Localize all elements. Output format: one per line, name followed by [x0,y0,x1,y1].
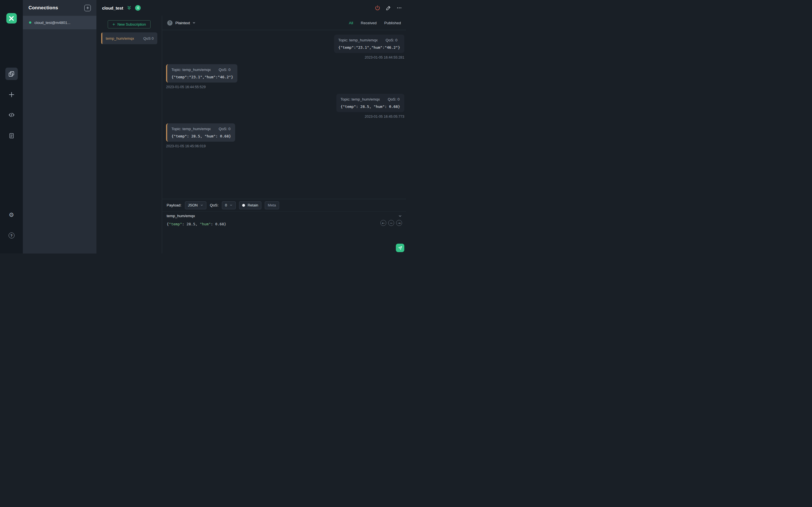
message-qos: QoS: 0 [219,68,231,72]
payload-label: Payload: [167,203,182,207]
message-card: Topic: temp_hum/emqx QoS: 0 {"temp":"23.… [166,64,238,82]
new-subscription-label: New Subscription [117,22,146,26]
message-header: Topic: temp_hum/emqx QoS: 0 [171,127,231,131]
message-topic: Topic: temp_hum/emqx [341,97,380,101]
edit-connection-button[interactable] [386,5,391,11]
history-next-button[interactable]: → [396,220,402,226]
send-button[interactable] [396,244,404,252]
messages-panel: ? Plaintext All Received Published Topic… [162,16,406,253]
publish-panel: Payload: JSON QoS: 0 [162,199,406,253]
message-card: Topic: temp_hum/emqx QoS: 0 {"temp": 28.… [166,123,235,142]
filter-received[interactable]: Received [361,21,376,25]
history-clear-button[interactable]: − [388,220,394,226]
message-header: Topic: temp_hum/emqx QoS: 0 [341,97,400,101]
filter-published[interactable]: Published [384,21,401,25]
subscription-color-bar [101,33,102,44]
payload-format-select[interactable]: Plaintext [175,21,196,25]
message-header: Topic: temp_hum/emqx QoS: 0 [171,68,233,72]
more-options-button[interactable] [396,5,402,11]
sidebar-item-new-connection[interactable] [8,91,15,98]
message-timestamp: 2023-01-05 16:45:05:773 [365,115,404,119]
payload-history-pager: ← − → [380,220,402,226]
message-timestamp: 2023-01-05 16:45:06:019 [166,144,206,148]
connection-list-item[interactable]: cloud_test@m4801... [23,16,96,29]
history-prev-button[interactable]: ← [380,220,386,226]
mqttx-logo [6,13,17,24]
message-timestamp: 2023-01-05 16:44:55:281 [365,55,404,59]
sidebar-item-connections[interactable] [5,68,18,80]
sidebar-item-log[interactable] [8,133,15,139]
message-timestamp: 2023-01-05 16:44:55:529 [166,85,206,89]
message-topic: Topic: temp_hum/emqx [171,127,211,131]
message-payload: {"temp":"23.1","hum":"46.2"} [338,45,400,50]
message-qos: QoS: 0 [219,127,231,131]
header-actions [375,5,402,11]
left-rail: ⚙ ? [0,0,23,253]
message-qos: QoS: 0 [386,38,397,42]
message-qos: QoS: 0 [388,97,400,101]
messages-toolbar: ? Plaintext All Received Published [162,16,406,30]
message-topic: Topic: temp_hum/emqx [338,38,378,42]
payload-type-select[interactable]: JSON [185,202,207,209]
message: Topic: temp_hum/emqx QoS: 0 {"temp":"23.… [334,35,404,59]
sidebar-item-settings[interactable]: ⚙ [9,212,14,218]
chevron-down-icon [230,204,233,207]
message-card: Topic: temp_hum/emqx QoS: 0 {"temp":"23.… [334,35,404,53]
subscription-topic: temp_hum/emqx [106,36,134,41]
topic-history-chevron[interactable] [398,214,402,218]
sidebar-item-script[interactable] [8,112,15,118]
message: Topic: temp_hum/emqx QoS: 0 {"temp":"23.… [166,64,238,89]
help-icon: ? [8,233,14,238]
sidebar-item-help[interactable]: ? [8,233,14,238]
plus-icon [112,23,115,26]
payload-type-value: JSON [188,203,198,207]
code-icon [8,112,15,118]
connection-header: cloud_test 4 [96,0,406,16]
topic-input[interactable]: temp_hum/emqx [162,212,406,220]
disconnect-power-button[interactable] [375,5,380,11]
meta-button[interactable]: Meta [265,202,279,209]
connection-view: cloud_test 4 [96,0,406,253]
plus-icon [86,6,89,10]
mqttx-logo-icon [6,13,17,24]
chevron-down-icon [398,214,402,218]
subscription-item[interactable]: temp_hum/emqx QoS 0 [101,33,157,44]
qos-label: QoS: [210,203,218,207]
message-filters: All Received Published [349,21,403,25]
subscription-qos: QoS 0 [143,36,154,41]
message-payload: {"temp": 28.5, "hum": 0.68} [171,134,231,138]
payload-format-help-icon[interactable]: ? [167,20,172,25]
new-subscription-button[interactable]: New Subscription [108,20,151,29]
message-payload: {"temp":"23.1","hum":"46.2"} [171,75,233,79]
filter-all[interactable]: All [349,21,353,25]
connections-icon [8,71,15,77]
retain-toggle[interactable]: Retain [239,202,261,209]
collapse-chevrons-icon[interactable] [126,5,132,10]
payload-editor-line[interactable]: {"temp": 28.5, "hum": 0.68} [162,220,406,228]
qos-value: 0 [225,203,227,207]
retain-label: Retain [248,203,258,207]
message-topic: Topic: temp_hum/emqx [171,68,211,72]
retain-dot-icon [242,204,245,207]
connected-status-dot [29,21,31,24]
connection-title: cloud_test [102,6,123,10]
connections-panel: Connections cloud_test@m4801... [23,0,96,253]
gear-icon: ⚙ [9,212,14,218]
subscriptions-panel: New Subscription temp_hum/emqx QoS 0 [96,16,162,253]
qos-select[interactable]: 0 [222,202,236,209]
message-count-badge: 4 [135,5,141,11]
connection-body: New Subscription temp_hum/emqx QoS 0 ? P… [96,16,406,253]
add-connection-button[interactable] [84,5,91,11]
chevron-down-icon [200,204,203,207]
message-header: Topic: temp_hum/emqx QoS: 0 [338,38,400,42]
connection-name: cloud_test@m4801... [35,20,70,25]
plus-icon [8,91,15,98]
log-file-icon [8,133,15,139]
connections-header: Connections [23,0,96,16]
chevron-down-icon [192,21,196,24]
meta-label: Meta [268,203,276,207]
payload-format-value: Plaintext [175,21,190,25]
connections-title: Connections [29,5,58,11]
message: Topic: temp_hum/emqx QoS: 0 {"temp": 28.… [166,123,235,148]
message-card: Topic: temp_hum/emqx QoS: 0 {"temp": 28.… [336,94,404,112]
